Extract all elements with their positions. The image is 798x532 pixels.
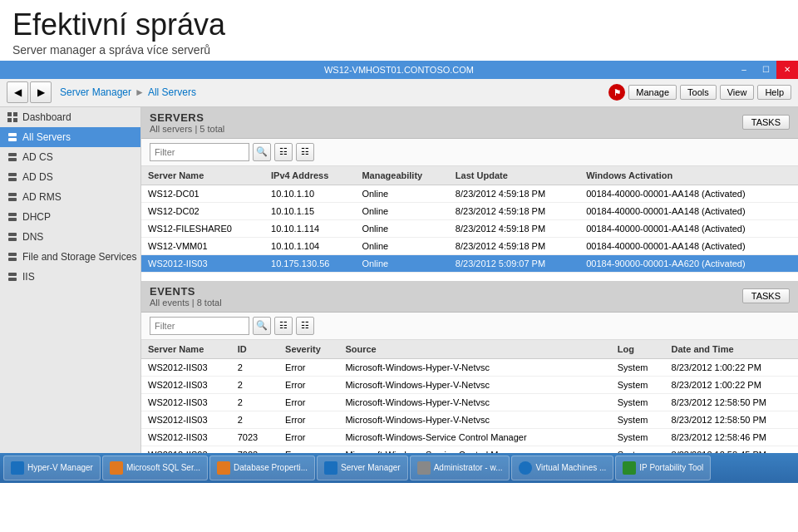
servers-filter-input[interactable] [150, 143, 249, 161]
module-icon [7, 151, 18, 163]
servers-table-body: WS12-DC0110.10.1.10Online8/23/2012 4:59:… [141, 185, 798, 272]
events-cell-5: 8/23/2012 12:58:50 PM [665, 393, 798, 411]
sidebar-item-ad-ds[interactable]: AD DS [0, 167, 140, 187]
events-table-row[interactable]: WS2012-IIS032ErrorMicrosoft-Windows-Hype… [141, 411, 798, 428]
events-section-sub: All events | 8 total [150, 298, 222, 308]
events-table-row[interactable]: WS2012-IIS032ErrorMicrosoft-Windows-Hype… [141, 393, 798, 411]
events-cell-4: System [611, 428, 665, 446]
events-col-severity[interactable]: Severity [278, 340, 338, 359]
restore-button[interactable]: ☐ [755, 61, 776, 79]
events-tasks-button[interactable]: TASKS [742, 288, 790, 303]
breadcrumb-server-manager[interactable]: Server Manager [60, 86, 131, 98]
sidebar-item-iis[interactable]: IIS [0, 267, 140, 287]
events-cell-5: 8/23/2012 1:00:22 PM [665, 358, 798, 376]
events-col-date-and-time[interactable]: Date and Time [665, 340, 798, 359]
taskbar-item-1[interactable]: Microsoft SQL Ser... [102, 456, 208, 480]
taskbar-item-5[interactable]: Virtual Machines ... [511, 456, 613, 480]
servers-table-row[interactable]: WS12-DC0110.10.1.10Online8/23/2012 4:59:… [141, 185, 798, 202]
svg-rect-4 [8, 133, 17, 136]
back-button[interactable]: ◀ [7, 81, 28, 103]
servers-tasks-button[interactable]: TASKS [742, 115, 790, 130]
servers-cell-0: WS12-FILESHARE0 [141, 219, 264, 237]
servers-table-row[interactable]: WS12-VMM0110.10.1.104Online8/23/2012 4:5… [141, 237, 798, 254]
servers-cell-0: WS12-DC01 [141, 185, 264, 202]
sidebar-item-all-servers[interactable]: All Servers [0, 127, 140, 147]
svg-rect-11 [8, 198, 17, 201]
view-button[interactable]: View [720, 85, 755, 100]
tools-button[interactable]: Tools [680, 85, 717, 100]
sidebar-item-file-storage[interactable]: File and Storage Services▶ [0, 247, 140, 267]
close-button[interactable]: ✕ [776, 61, 798, 79]
servers-cell-2: Online [355, 254, 448, 272]
events-table-row[interactable]: WS2012-IIS037023ErrorMicrosoft-Windows-S… [141, 446, 798, 453]
events-cell-1: 2 [231, 358, 278, 376]
breadcrumb: Server Manager ► All Servers [60, 86, 196, 98]
sidebar-item-dhcp[interactable]: DHCP [0, 207, 140, 227]
taskbar-label-4: Administrator - w... [434, 463, 503, 472]
module-icon [7, 191, 18, 203]
taskbar-item-4[interactable]: Administrator - w... [410, 456, 510, 480]
taskbar-icon-6 [623, 461, 636, 475]
module-icon [7, 251, 18, 263]
servers-search-button[interactable]: 🔍 [253, 143, 271, 161]
minimize-button[interactable]: – [733, 61, 755, 79]
events-search-button[interactable]: 🔍 [253, 317, 271, 335]
events-cell-3: Microsoft-Windows-Hyper-V-Netvsc [338, 358, 610, 376]
events-cell-4: System [611, 411, 665, 428]
events-filter-input[interactable] [150, 317, 249, 335]
svg-rect-9 [8, 178, 17, 181]
events-cell-3: Microsoft-Windows-Service Control Manage… [338, 446, 610, 453]
events-col-id[interactable]: ID [231, 340, 278, 359]
taskbar-item-0[interactable]: Hyper-V Manager [3, 456, 101, 480]
sidebar-item-ad-rms[interactable]: AD RMS [0, 187, 140, 207]
sidebar-label-file-storage: File and Storage Services [22, 251, 136, 263]
servers-table-row[interactable]: WS2012-IIS0310.175.130.56Online8/23/2012… [141, 254, 798, 272]
sidebar-item-dashboard[interactable]: Dashboard [0, 107, 140, 127]
servers-cell-1: 10.10.1.10 [264, 185, 355, 202]
svg-rect-12 [8, 213, 17, 216]
events-col-server-name[interactable]: Server Name [141, 340, 231, 359]
servers-table-row[interactable]: WS12-DC0210.10.1.15Online8/23/2012 4:59:… [141, 202, 798, 219]
servers-col-last-update[interactable]: Last Update [449, 166, 579, 185]
taskbar-item-2[interactable]: Database Properti... [209, 456, 315, 480]
forward-button[interactable]: ▶ [30, 81, 52, 103]
events-cell-0: WS2012-IIS03 [141, 376, 231, 393]
servers-view-button[interactable]: ☷ [274, 143, 293, 161]
events-col-log[interactable]: Log [611, 340, 665, 359]
svg-rect-2 [7, 118, 12, 122]
events-cell-4: System [611, 376, 665, 393]
events-table: Server NameIDSeveritySourceLogDate and T… [141, 340, 798, 453]
breadcrumb-all-servers: All Servers [148, 86, 196, 98]
events-table-row[interactable]: WS2012-IIS032ErrorMicrosoft-Windows-Hype… [141, 376, 798, 393]
sidebar-item-ad-cs[interactable]: AD CS [0, 147, 140, 167]
events-section-header: EVENTS All events | 8 total TASKS [141, 281, 798, 313]
events-cell-5: 8/23/2012 1:00:22 PM [665, 376, 798, 393]
events-cell-4: System [611, 393, 665, 411]
help-button[interactable]: Help [757, 85, 791, 100]
events-view-button[interactable]: ☷ [274, 317, 293, 335]
servers-col-server-name[interactable]: Server Name [141, 166, 264, 185]
taskbar-item-6[interactable]: IP Portability Tool [615, 456, 711, 480]
servers-table-row[interactable]: WS12-FILESHARE010.10.1.114Online8/23/201… [141, 219, 798, 237]
events-cell-1: 7023 [231, 446, 278, 453]
svg-rect-17 [8, 258, 17, 261]
events-cell-1: 2 [231, 376, 278, 393]
servers-col-ipv4-address[interactable]: IPv4 Address [264, 166, 355, 185]
events-cell-2: Error [278, 411, 338, 428]
servers-cell-1: 10.10.1.104 [264, 237, 355, 254]
servers-col-manageability[interactable]: Manageability [355, 166, 448, 185]
events-cell-3: Microsoft-Windows-Service Control Manage… [338, 428, 610, 446]
servers-cell-4: 00184-90000-00001-AA620 (Activated) [579, 254, 798, 272]
events-col-source[interactable]: Source [338, 340, 610, 359]
servers-more-button[interactable]: ☷ [296, 143, 314, 161]
events-table-row[interactable]: WS2012-IIS032ErrorMicrosoft-Windows-Hype… [141, 358, 798, 376]
sidebar-item-dns[interactable]: DNS [0, 227, 140, 247]
servers-col-windows-activation[interactable]: Windows Activation [579, 166, 798, 185]
events-more-button[interactable]: ☷ [296, 317, 314, 335]
svg-rect-1 [13, 112, 17, 116]
events-cell-0: WS2012-IIS03 [141, 358, 231, 376]
servers-table: Server NameIPv4 AddressManageabilityLast… [141, 166, 798, 273]
manage-button[interactable]: Manage [628, 85, 677, 100]
events-table-row[interactable]: WS2012-IIS037023ErrorMicrosoft-Windows-S… [141, 428, 798, 446]
taskbar-item-3[interactable]: Server Manager [317, 456, 408, 480]
